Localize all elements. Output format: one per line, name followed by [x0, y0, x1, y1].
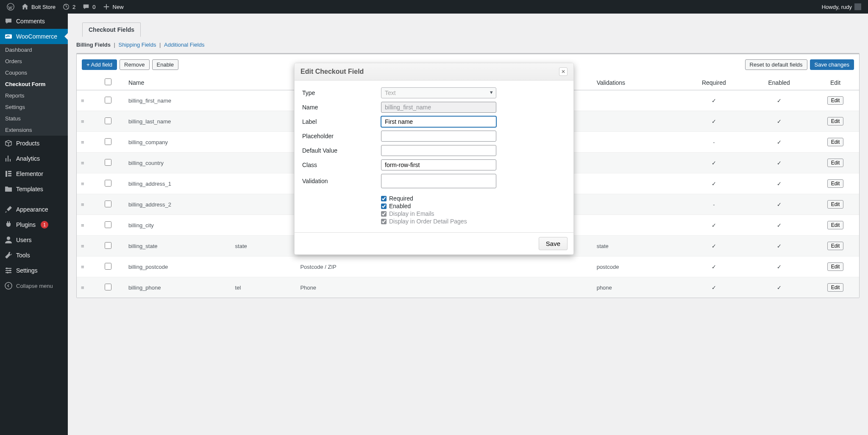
drag-handle-icon[interactable]: ≡: [81, 284, 84, 291]
sidebar-item-plugins[interactable]: Plugins1: [0, 217, 68, 232]
submenu-dashboard[interactable]: Dashboard: [0, 44, 68, 56]
submenu-status[interactable]: Status: [0, 113, 68, 124]
type-select[interactable]: Text: [381, 87, 496, 98]
cell-required: ✓: [681, 90, 746, 111]
comments[interactable]: 0: [79, 0, 99, 14]
drag-handle-icon[interactable]: ≡: [81, 181, 84, 187]
submenu-coupons[interactable]: Coupons: [0, 67, 68, 78]
name-input[interactable]: [381, 102, 496, 113]
cell-type: [231, 194, 296, 215]
drag-handle-icon[interactable]: ≡: [81, 222, 84, 229]
site-name[interactable]: Bolt Store: [18, 0, 59, 14]
cell-validations: state: [593, 236, 682, 257]
svg-rect-2: [6, 171, 7, 177]
tab-checkout-fields[interactable]: Checkout Fields: [82, 22, 141, 37]
sidebar-item-comments[interactable]: Comments: [0, 14, 68, 29]
add-field-button[interactable]: + Add field: [82, 59, 117, 70]
sidebar-item-label: Analytics: [16, 155, 40, 162]
row-edit-button[interactable]: Edit: [827, 262, 844, 271]
sidebar-item-users[interactable]: Users: [0, 232, 68, 248]
row-checkbox[interactable]: [105, 97, 111, 103]
cell-type: [231, 111, 296, 132]
cell-required: ✓: [681, 173, 746, 194]
cell-enabled: ✓: [746, 257, 812, 277]
row-edit-button[interactable]: Edit: [827, 117, 844, 125]
row-checkbox[interactable]: [105, 180, 111, 187]
class-input[interactable]: [381, 159, 496, 170]
cell-type: [231, 257, 296, 277]
submenu-orders[interactable]: Orders: [0, 56, 68, 67]
enable-button[interactable]: Enable: [152, 59, 178, 70]
submenu-settings[interactable]: Settings: [0, 101, 68, 113]
row-checkbox[interactable]: [105, 221, 111, 228]
sidebar-item-templates[interactable]: Templates: [0, 181, 68, 197]
subnav-additional[interactable]: Additional Fields: [164, 42, 204, 48]
cell-enabled: ✓: [746, 90, 812, 111]
row-checkbox[interactable]: [105, 159, 111, 166]
drag-handle-icon[interactable]: ≡: [81, 139, 84, 145]
collapse-menu[interactable]: Collapse menu: [0, 278, 68, 293]
cell-name: billing_address_2: [124, 194, 231, 215]
drag-handle-icon[interactable]: ≡: [81, 118, 84, 125]
row-edit-button[interactable]: Edit: [827, 221, 844, 229]
sidebar-item-products[interactable]: Products: [0, 136, 68, 151]
row-edit-button[interactable]: Edit: [827, 159, 844, 167]
drag-handle-icon[interactable]: ≡: [81, 98, 84, 104]
sidebar-item-appearance[interactable]: Appearance: [0, 202, 68, 217]
modal-close-button[interactable]: ✕: [559, 67, 568, 76]
remove-button[interactable]: Remove: [120, 59, 149, 70]
sidebar-item-label: WooCommerce: [16, 33, 57, 40]
display-order-pages-checkbox[interactable]: [381, 219, 387, 224]
svg-point-10: [5, 282, 12, 289]
modal-save-button[interactable]: Save: [539, 237, 568, 250]
submenu-checkout-form[interactable]: Checkout Form: [0, 78, 68, 90]
sidebar-item-analytics[interactable]: Analytics: [0, 151, 68, 166]
placeholder-input[interactable]: [381, 131, 496, 142]
updates[interactable]: 2: [59, 0, 79, 14]
cell-required: ✓: [681, 277, 746, 298]
new-content[interactable]: New: [99, 0, 127, 14]
row-checkbox[interactable]: [105, 242, 111, 249]
wp-logo[interactable]: [3, 0, 18, 14]
default-value-input[interactable]: [381, 145, 496, 156]
row-checkbox[interactable]: [105, 138, 111, 145]
row-edit-button[interactable]: Edit: [827, 283, 844, 292]
row-edit-button[interactable]: Edit: [827, 96, 844, 105]
row-edit-button[interactable]: Edit: [827, 179, 844, 188]
howdy-user[interactable]: Howdy, rudy: [818, 0, 865, 14]
display-emails-checkbox[interactable]: [381, 211, 387, 217]
select-all-checkbox[interactable]: [105, 78, 111, 85]
howdy-label: Howdy, rudy: [822, 4, 852, 10]
reset-button[interactable]: Reset to default fields: [745, 59, 807, 70]
row-edit-button[interactable]: Edit: [827, 242, 844, 250]
validation-input[interactable]: [381, 174, 496, 188]
drag-handle-icon[interactable]: ≡: [81, 201, 84, 208]
submenu-extensions[interactable]: Extensions: [0, 124, 68, 136]
subnav-shipping[interactable]: Shipping Fields: [119, 42, 156, 48]
comment-icon: [4, 17, 13, 25]
row-checkbox[interactable]: [105, 117, 111, 124]
placeholder-label: Placeholder: [302, 133, 381, 139]
sidebar-item-label: Appearance: [16, 206, 48, 213]
drag-handle-icon[interactable]: ≡: [81, 243, 84, 249]
required-checkbox[interactable]: [381, 196, 387, 201]
drag-handle-icon[interactable]: ≡: [81, 264, 84, 270]
sidebar-item-elementor[interactable]: Elementor: [0, 166, 68, 181]
sidebar-item-settings[interactable]: Settings: [0, 263, 68, 278]
sidebar-item-woocommerce[interactable]: WooCommerce: [0, 29, 68, 44]
submenu-reports[interactable]: Reports: [0, 90, 68, 101]
row-checkbox[interactable]: [105, 263, 111, 270]
box-icon: [4, 139, 13, 148]
sidebar-item-tools[interactable]: Tools: [0, 248, 68, 263]
enabled-checkbox[interactable]: [381, 204, 387, 209]
label-input[interactable]: [381, 116, 496, 127]
row-checkbox[interactable]: [105, 201, 111, 207]
row-edit-button[interactable]: Edit: [827, 200, 844, 209]
row-checkbox[interactable]: [105, 284, 111, 290]
row-edit-button[interactable]: Edit: [827, 138, 844, 146]
subnav-billing[interactable]: Billing Fields: [76, 42, 111, 48]
save-changes-button[interactable]: Save changes: [810, 59, 854, 70]
sidebar-item-label: Comments: [16, 18, 45, 25]
drag-handle-icon[interactable]: ≡: [81, 160, 84, 166]
cell-enabled: ✓: [746, 236, 812, 257]
